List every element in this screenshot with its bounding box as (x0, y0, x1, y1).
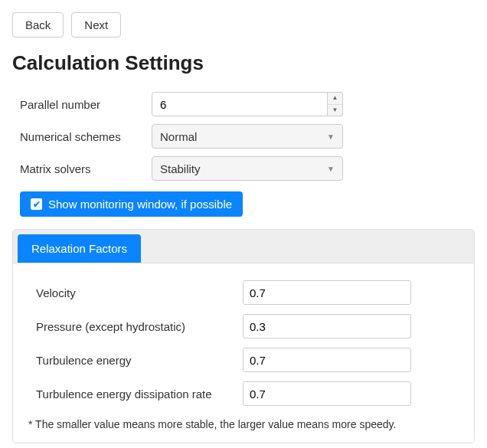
panel-body: Velocity Pressure (except hydrostatic) T… (13, 263, 474, 443)
turbulence-energy-label: Turbulence energy (36, 354, 243, 367)
turbulence-energy-input[interactable] (243, 348, 411, 372)
relaxation-grid: Velocity Pressure (except hydrostatic) T… (36, 280, 462, 406)
turbulence-dissipation-input[interactable] (243, 381, 411, 406)
matrix-solvers-label: Matrix solvers (20, 162, 152, 175)
check-icon: ✔ (31, 198, 42, 210)
velocity-input[interactable] (243, 280, 411, 305)
parallel-number-stepper[interactable]: ▲ ▼ (152, 92, 343, 116)
show-monitoring-label: Show monitoring window, if possible (48, 198, 232, 211)
chevron-down-icon: ▼ (327, 165, 335, 173)
numerical-schemes-select[interactable]: Normal ▼ (152, 124, 343, 149)
page-title: Calculation Settings (12, 51, 475, 75)
spinner-up-icon[interactable]: ▲ (328, 93, 342, 105)
show-monitoring-toggle[interactable]: ✔ Show monitoring window, if possible (20, 191, 243, 217)
tab-relaxation-factors[interactable]: Relaxation Factors (18, 234, 141, 263)
pressure-label: Pressure (except hydrostatic) (36, 320, 243, 333)
velocity-label: Velocity (36, 286, 243, 299)
pressure-input[interactable] (243, 314, 411, 338)
chevron-down-icon: ▼ (327, 132, 335, 141)
relaxation-footnote: * The smaller value means more stable, t… (28, 418, 462, 430)
spinner-buttons: ▲ ▼ (328, 92, 343, 116)
settings-grid: Parallel number ▲ ▼ Numerical schemes No… (20, 92, 475, 181)
nav-row: Back Next (12, 12, 475, 38)
matrix-solvers-select[interactable]: Stability ▼ (152, 156, 343, 181)
parallel-number-label: Parallel number (20, 98, 152, 111)
next-button[interactable]: Next (71, 12, 121, 38)
turbulence-dissipation-label: Turbulence energy dissipation rate (36, 388, 243, 401)
parallel-number-input[interactable] (152, 92, 328, 116)
matrix-solvers-value: Stability (160, 162, 327, 175)
tabbar: Relaxation Factors (13, 230, 474, 263)
relaxation-panel: Relaxation Factors Velocity Pressure (ex… (12, 229, 475, 443)
numerical-schemes-value: Normal (160, 130, 327, 143)
spinner-down-icon[interactable]: ▼ (328, 105, 342, 116)
back-button[interactable]: Back (12, 12, 64, 38)
numerical-schemes-label: Numerical schemes (20, 130, 152, 143)
